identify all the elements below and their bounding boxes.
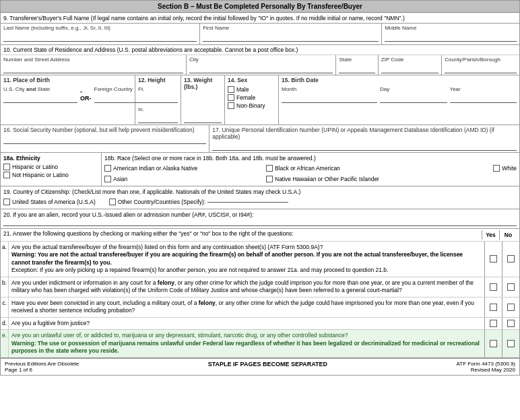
qa-no-checkbox[interactable]: [507, 255, 515, 262]
q18b-nhpi-label: Native Hawaiian or Other Pacific Islande…: [275, 176, 379, 182]
q19-other-checkbox[interactable]: [109, 199, 116, 205]
q18b-label: 18b. Race (Select one or more race in 18…: [104, 155, 517, 162]
q18b-aian-checkbox[interactable]: [104, 165, 111, 172]
qd-yes-cell[interactable]: [485, 318, 502, 329]
q18b-black-option[interactable]: Black or African American: [266, 165, 493, 172]
qb-letter: b.: [1, 277, 9, 297]
qe-no-cell[interactable]: [502, 330, 519, 357]
qb-row: b. Are you under indictment or informati…: [1, 277, 519, 298]
q12-in-input[interactable]: [138, 114, 178, 123]
qc-yes-cell[interactable]: [485, 298, 502, 317]
q10-zip-input[interactable]: [381, 64, 438, 73]
q15-year-input[interactable]: [450, 94, 517, 103]
q18a-not-hispanic-checkbox[interactable]: [3, 172, 10, 178]
qc-yes-no: [484, 298, 519, 317]
q12-in-label: In.: [138, 106, 144, 112]
q18b-aian-option[interactable]: American Indian or Alaska Native: [104, 165, 266, 172]
footer-form-number: ATF Form 4473 (5300.9) Revised May 2020: [457, 361, 515, 373]
q9-first-name-cell: First Name: [200, 24, 382, 44]
q15-day-input[interactable]: [380, 94, 447, 103]
q18b-white-option[interactable]: White: [493, 165, 517, 172]
q18-row: 18a. Ethnicity Hispanic or Latino Not Hi…: [1, 153, 519, 186]
qe-yes-cell[interactable]: [485, 330, 502, 357]
qd-yes-checkbox[interactable]: [490, 320, 497, 327]
qd-no-checkbox[interactable]: [507, 320, 515, 327]
qb-no-checkbox[interactable]: [507, 283, 515, 291]
q9-label: 9. Transferee's/Buyer's Full Name (If le…: [3, 15, 405, 22]
qe-letter: e.: [1, 330, 9, 357]
footer-staple-label: STAPLE IF PAGES BECOME SEPARATED: [208, 361, 327, 373]
q18a-hispanic-option[interactable]: Hispanic or Latino: [3, 164, 98, 170]
section-b-header: Section B – Must Be Completed Personally…: [1, 1, 519, 13]
qd-text: Are you a fugitive from justice?: [9, 318, 484, 329]
q9-first-name-input[interactable]: [203, 32, 379, 42]
qa-row: a. Are you the actual transferee/buyer o…: [1, 242, 519, 277]
q13-weight-input[interactable]: [184, 96, 222, 123]
q10-county-input[interactable]: [445, 64, 517, 73]
q10-city-label: City: [189, 57, 333, 63]
q14-nonbinary-option[interactable]: Non-Binary: [228, 102, 275, 109]
qc-text: Have you ever been convicted in any cour…: [9, 298, 484, 317]
qd-letter: d.: [1, 318, 9, 329]
q10-zip-cell: ZIP Code: [379, 55, 442, 75]
q16-label: 16. Social Security Number (optional, bu…: [3, 127, 194, 133]
q10-state-cell: State: [336, 55, 378, 75]
footer-editions-label: Previous Editions Are Obsolete: [5, 361, 79, 367]
q9-fields-row: Last Name (including suffix, e.g., Jr, S…: [1, 24, 519, 45]
qb-text: Are you under indictment or information …: [9, 277, 484, 297]
q10-state-input[interactable]: [339, 64, 375, 73]
qb-yes-cell[interactable]: [485, 277, 502, 297]
q18b-black-checkbox[interactable]: [266, 165, 273, 172]
q14-female-label: Female: [236, 94, 255, 101]
qe-yes-checkbox[interactable]: [490, 340, 497, 347]
q18b-white-checkbox[interactable]: [493, 165, 500, 172]
qb-yes-no: [484, 277, 519, 297]
q16-ssn-input[interactable]: [3, 135, 206, 144]
q10-city-cell: City: [187, 55, 337, 75]
q18a-not-hispanic-option[interactable]: Not Hispanic or Latino: [3, 172, 98, 178]
q12-cell: 12. Height Ft. In.: [135, 75, 181, 125]
q19-other-option[interactable]: Other Country/Countries (Specify):: [109, 199, 288, 205]
qb-yes-checkbox[interactable]: [490, 283, 497, 291]
q14-male-checkbox[interactable]: [228, 86, 234, 93]
qb-no-cell[interactable]: [502, 277, 519, 297]
qc-no-cell[interactable]: [502, 298, 519, 317]
q19-usa-option[interactable]: United States of America (U.S.A): [3, 199, 96, 205]
qa-yes-cell[interactable]: [485, 242, 502, 277]
q14-female-checkbox[interactable]: [228, 94, 234, 101]
q10-address-input[interactable]: [3, 64, 183, 73]
q17-upin-input[interactable]: [212, 141, 517, 151]
q18b-asian-option[interactable]: Asian: [104, 176, 266, 182]
qc-no-checkbox[interactable]: [507, 304, 515, 311]
q18b-nhpi-option[interactable]: Native Hawaiian or Other Pacific Islande…: [266, 176, 493, 182]
q18b-nhpi-checkbox[interactable]: [266, 176, 273, 182]
q21-yes-header: Yes: [482, 230, 500, 240]
q14-male-option[interactable]: Male: [228, 86, 275, 93]
q10-zip-label: ZIP Code: [381, 57, 438, 63]
q19-usa-checkbox[interactable]: [3, 199, 10, 205]
q20-input[interactable]: [3, 219, 517, 226]
q18a-hispanic-checkbox[interactable]: [3, 164, 10, 170]
qa-no-cell[interactable]: [502, 242, 519, 277]
q12-ft-input[interactable]: [138, 94, 178, 103]
q14-nonbinary-checkbox[interactable]: [228, 102, 234, 109]
q18b-asian-checkbox[interactable]: [104, 176, 111, 182]
qa-yes-checkbox[interactable]: [490, 255, 497, 262]
q14-cell: 14. Sex Male Female Non-Binary: [225, 75, 279, 125]
q14-nonbinary-label: Non-Binary: [236, 102, 265, 109]
q9-middle-name-input[interactable]: [385, 32, 517, 42]
footer-page-label: Page 1 of 6: [5, 367, 79, 373]
qd-no-cell[interactable]: [502, 318, 519, 329]
qe-no-checkbox[interactable]: [507, 340, 515, 347]
q12-label: 12. Height: [138, 77, 178, 83]
q10-city-input[interactable]: [189, 64, 333, 73]
q14-female-option[interactable]: Female: [228, 94, 275, 101]
q10-county-label: County/Parish/Borough: [445, 57, 517, 63]
q10-county-cell: County/Parish/Borough: [442, 55, 519, 75]
q15-month-input[interactable]: [282, 94, 377, 103]
qc-letter: c.: [1, 298, 9, 317]
qa-warning-label: Warning: You are not the actual transfer…: [11, 251, 463, 265]
q11-city-state-input[interactable]: [3, 94, 77, 103]
q9-last-name-input[interactable]: [3, 32, 197, 42]
qc-yes-checkbox[interactable]: [490, 304, 497, 311]
